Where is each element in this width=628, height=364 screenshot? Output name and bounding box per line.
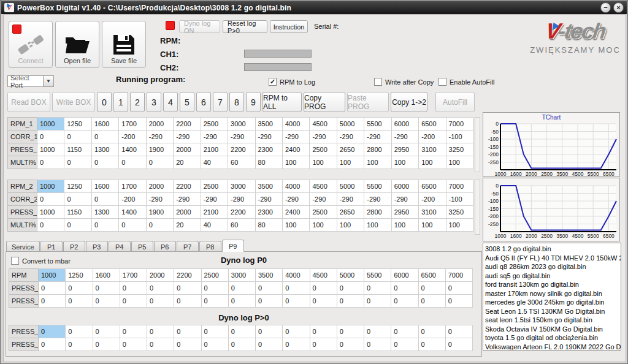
cell-rpm_2-15[interactable]: 7000 xyxy=(446,180,473,193)
cell-rpm-15[interactable]: 7000 xyxy=(445,269,472,282)
cell-press_1-7[interactable]: 0 xyxy=(228,282,255,295)
cell-press_1-13[interactable]: 0 xyxy=(391,282,418,295)
cell-multi%-9[interactable]: 100 xyxy=(282,156,309,169)
cell-press_2-15[interactable]: 3250 xyxy=(446,206,473,219)
cell-rpm-3[interactable]: 1700 xyxy=(120,269,147,282)
cell-press_2-13[interactable]: 0 xyxy=(391,295,418,308)
cell-rpm_2-4[interactable]: 2000 xyxy=(146,180,173,193)
cell-press_2-9[interactable]: 0 xyxy=(283,338,310,351)
cell-press_1-1[interactable]: 0 xyxy=(66,325,93,338)
cell-press_1-2[interactable]: 1300 xyxy=(91,143,118,156)
cell-corr_2-3[interactable]: -200 xyxy=(119,193,146,206)
cell-press_1-4[interactable]: 0 xyxy=(147,325,174,338)
cell-press_2-3[interactable]: 1400 xyxy=(119,206,146,219)
save-file-button[interactable]: Save file xyxy=(102,21,146,68)
cell-rpm_1-10[interactable]: 4500 xyxy=(310,118,337,131)
cell-press_1-9[interactable]: 2400 xyxy=(282,143,309,156)
cell-rpm-5[interactable]: 2200 xyxy=(174,269,201,282)
file-list-item[interactable]: ford transit 130km go digital.bin xyxy=(485,280,621,289)
digit-button-5[interactable]: 5 xyxy=(180,92,194,112)
cell-corr_2-4[interactable]: -290 xyxy=(146,193,173,206)
cell-press_2-4[interactable]: 1900 xyxy=(146,206,173,219)
file-list-item[interactable]: mercedes gle 300d 245km go digital.bin xyxy=(485,298,621,307)
cell-press_1-14[interactable]: 3100 xyxy=(419,143,446,156)
cell-press_1-10[interactable]: 0 xyxy=(310,325,337,338)
cell-multi%-9[interactable]: 100 xyxy=(282,219,309,232)
table1-scrollbar[interactable] xyxy=(475,117,480,172)
cell-press_2-4[interactable]: 0 xyxy=(147,295,174,308)
tab-p9[interactable]: P9 xyxy=(222,240,244,252)
cell-press_1-2[interactable]: 0 xyxy=(93,282,120,295)
cell-press_2-14[interactable]: 0 xyxy=(418,338,445,351)
write-after-copy-checkbox[interactable]: Write after Copy xyxy=(374,78,434,86)
cell-rpm_2-0[interactable]: 1000 xyxy=(37,180,64,193)
cell-corr_2-10[interactable]: -290 xyxy=(310,193,337,206)
cell-press_1-15[interactable]: 0 xyxy=(445,282,472,295)
cell-rpm_1-2[interactable]: 1600 xyxy=(91,118,118,131)
cell-press_1-12[interactable]: 2800 xyxy=(364,143,391,156)
cell-multi%-12[interactable]: 100 xyxy=(364,156,391,169)
cell-corr_2-7[interactable]: -290 xyxy=(228,193,255,206)
cell-corr_1-7[interactable]: -290 xyxy=(228,131,255,143)
copy-prog-button[interactable]: Copy PROG xyxy=(304,92,345,112)
cell-press_1-5[interactable]: 0 xyxy=(174,282,201,295)
cell-multi%-6[interactable]: 40 xyxy=(201,219,228,232)
cell-rpm-11[interactable]: 5000 xyxy=(337,269,364,282)
cell-multi%-5[interactable]: 20 xyxy=(174,219,201,232)
cell-press_1-6[interactable]: 2100 xyxy=(201,143,228,156)
cell-press_2-5[interactable]: 0 xyxy=(174,338,201,351)
cell-press_1-13[interactable]: 0 xyxy=(391,325,418,338)
cell-rpm-2[interactable]: 1600 xyxy=(93,269,120,282)
cell-rpm_2-2[interactable]: 1600 xyxy=(91,180,118,193)
file-list-item[interactable]: Volkswagen Arteon FL 2.0 190KM 2022 Go D… xyxy=(485,343,621,351)
cell-rpm-7[interactable]: 3000 xyxy=(228,269,255,282)
cell-multi%-10[interactable]: 100 xyxy=(310,156,337,169)
cell-press_2-12[interactable]: 0 xyxy=(364,295,391,308)
cell-rpm_2-6[interactable]: 2500 xyxy=(201,180,228,193)
tab-p1[interactable]: P1 xyxy=(40,241,63,252)
cell-press_1-5[interactable]: 2000 xyxy=(174,143,201,156)
cell-rpm_1-9[interactable]: 4000 xyxy=(282,118,309,131)
cell-corr_1-9[interactable]: -290 xyxy=(282,131,309,143)
cell-multi%-11[interactable]: 100 xyxy=(337,156,364,169)
enable-autofill-checkbox[interactable]: Enable AutoFill xyxy=(438,78,494,86)
cell-multi%-2[interactable]: 0 xyxy=(91,219,118,232)
table2-scrollbar[interactable] xyxy=(475,180,480,235)
cell-rpm_1-15[interactable]: 7000 xyxy=(446,118,473,131)
cell-press_2-0[interactable]: 0 xyxy=(39,338,66,351)
cell-multi%-6[interactable]: 40 xyxy=(201,156,228,169)
cell-corr_2-9[interactable]: -290 xyxy=(282,193,309,206)
cell-rpm_2-9[interactable]: 4000 xyxy=(282,180,309,193)
rpm-to-all-button[interactable]: RPM to ALL xyxy=(262,92,302,112)
cell-press_2-6[interactable]: 0 xyxy=(201,295,228,308)
cell-rpm_1-5[interactable]: 2200 xyxy=(174,118,201,131)
cell-rpm_1-4[interactable]: 2000 xyxy=(146,118,173,131)
tab-p5[interactable]: P5 xyxy=(131,241,153,252)
copy-1-2-button[interactable]: Copy 1->2 xyxy=(391,92,427,112)
dyno-log-on-button[interactable]: Dyno log ON xyxy=(179,20,220,33)
cell-rpm_1-0[interactable]: 1000 xyxy=(37,118,64,131)
cell-multi%-7[interactable]: 60 xyxy=(228,219,255,232)
cell-rpm-0[interactable]: 1000 xyxy=(39,269,66,282)
cell-corr_1-11[interactable]: -290 xyxy=(337,131,364,143)
cell-rpm_2-13[interactable]: 6000 xyxy=(391,180,418,193)
cell-press_2-7[interactable]: 2200 xyxy=(228,206,255,219)
cell-multi%-10[interactable]: 100 xyxy=(310,219,337,232)
cell-corr_1-1[interactable]: 0 xyxy=(64,131,91,143)
cell-press_1-8[interactable]: 0 xyxy=(256,325,283,338)
cell-press_2-12[interactable]: 0 xyxy=(364,338,391,351)
cell-rpm_1-11[interactable]: 5000 xyxy=(337,118,364,131)
cell-rpm_1-7[interactable]: 3000 xyxy=(228,118,255,131)
cell-rpm-1[interactable]: 1250 xyxy=(66,269,93,282)
cell-corr_1-13[interactable]: -290 xyxy=(391,131,418,143)
file-list-item[interactable]: toyota 1.5 go digital od obciążenia.bin xyxy=(485,333,621,343)
cell-multi%-14[interactable]: 100 xyxy=(419,156,446,169)
tab-p8[interactable]: P8 xyxy=(199,241,221,252)
cell-rpm_2-8[interactable]: 3500 xyxy=(255,180,282,193)
cell-press_2-15[interactable]: 0 xyxy=(445,295,472,308)
cell-press_2-7[interactable]: 0 xyxy=(228,338,255,351)
cell-rpm_2-7[interactable]: 3000 xyxy=(228,180,255,193)
digit-button-8[interactable]: 8 xyxy=(229,92,244,112)
cell-corr_1-0[interactable]: 0 xyxy=(37,131,64,143)
cell-corr_2-5[interactable]: -290 xyxy=(174,193,201,206)
